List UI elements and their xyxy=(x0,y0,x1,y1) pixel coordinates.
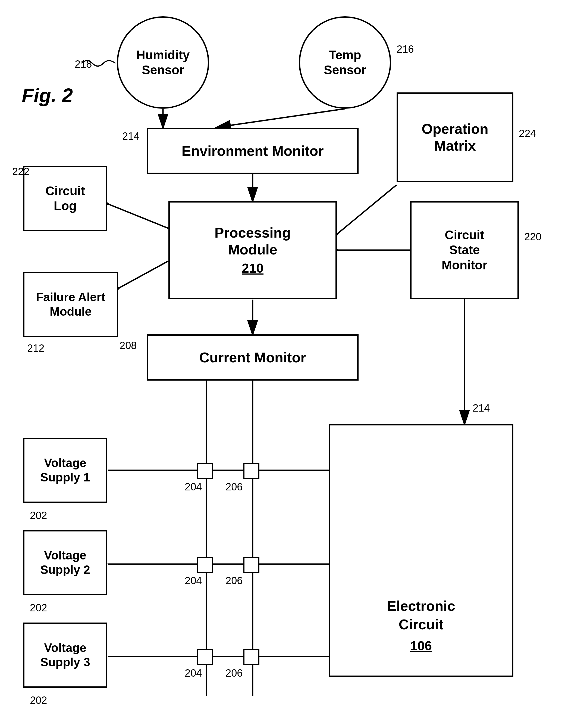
circuit-state-monitor-label: Circuit State Monitor xyxy=(442,228,488,273)
ref-202-vs3: 202 xyxy=(30,695,47,706)
ref-202-vs2: 202 xyxy=(30,602,47,614)
ref-216: 216 xyxy=(396,43,414,55)
svg-rect-19 xyxy=(198,650,213,665)
current-monitor-label: Current Monitor xyxy=(199,349,306,366)
humidity-sensor-label: Humidity Sensor xyxy=(136,48,190,77)
svg-line-5 xyxy=(108,204,169,228)
current-monitor: Current Monitor xyxy=(147,334,358,381)
ref-206-vs1: 206 xyxy=(226,481,243,493)
voltage-supply-2: Voltage Supply 2 xyxy=(23,530,107,595)
svg-rect-17 xyxy=(198,557,213,572)
voltage-supply-1-label: Voltage Supply 1 xyxy=(40,456,90,485)
electronic-circuit: Electronic Circuit 106 xyxy=(329,424,513,677)
ref-208: 208 xyxy=(120,340,137,351)
figure-label: Fig. 2 xyxy=(22,84,73,107)
voltage-supply-3-label: Voltage Supply 3 xyxy=(40,641,90,670)
voltage-supply-1: Voltage Supply 1 xyxy=(23,438,107,503)
ref-204-vs3: 204 xyxy=(185,667,202,679)
ref-206-vs2: 206 xyxy=(226,575,243,587)
svg-rect-16 xyxy=(244,463,259,478)
ref-204-vs2: 204 xyxy=(185,575,202,587)
environment-monitor-label: Environment Monitor xyxy=(182,142,324,159)
processing-module-label: Processing Module xyxy=(215,224,290,258)
temp-sensor: Temp Sensor xyxy=(299,16,391,109)
voltage-supply-3: Voltage Supply 3 xyxy=(23,623,107,688)
electronic-circuit-ref: 106 xyxy=(410,638,432,654)
svg-line-6 xyxy=(119,261,169,288)
operation-matrix-label: Operation Matrix xyxy=(421,120,488,154)
environment-monitor: Environment Monitor xyxy=(147,128,358,174)
voltage-supply-2-label: Voltage Supply 2 xyxy=(40,548,90,577)
ref-218: 218 xyxy=(75,58,92,70)
electronic-circuit-label: Electronic Circuit xyxy=(387,597,455,634)
failure-alert-label: Failure Alert Module xyxy=(36,290,105,319)
svg-line-7 xyxy=(337,185,396,234)
processing-module: Processing Module 210 xyxy=(169,201,337,299)
ref-222: 222 xyxy=(12,166,29,178)
circuit-log: Circuit Log xyxy=(23,166,107,231)
ref-220: 220 xyxy=(524,231,541,243)
ref-204-vs1: 204 xyxy=(185,481,202,493)
circuit-log-label: Circuit Log xyxy=(45,183,85,213)
ref-202-vs1: 202 xyxy=(30,510,47,521)
svg-rect-20 xyxy=(244,650,259,665)
svg-rect-18 xyxy=(244,557,259,572)
diagram: Fig. 2 Humidity Sensor 218 Temp Sensor 2… xyxy=(0,0,565,728)
circuit-state-monitor: Circuit State Monitor xyxy=(410,201,519,299)
temp-sensor-label: Temp Sensor xyxy=(324,48,366,77)
svg-line-3 xyxy=(217,109,345,127)
ref-224: 224 xyxy=(519,128,536,139)
ref-212: 212 xyxy=(27,343,44,354)
processing-module-ref: 210 xyxy=(242,260,264,276)
operation-matrix: Operation Matrix xyxy=(396,92,513,182)
ref-206-vs3: 206 xyxy=(226,667,243,679)
ref-214b: 214 xyxy=(473,402,490,414)
humidity-sensor: Humidity Sensor xyxy=(117,16,209,109)
failure-alert-module: Failure Alert Module xyxy=(23,272,118,337)
ref-214a: 214 xyxy=(122,130,139,142)
svg-rect-15 xyxy=(198,463,213,478)
